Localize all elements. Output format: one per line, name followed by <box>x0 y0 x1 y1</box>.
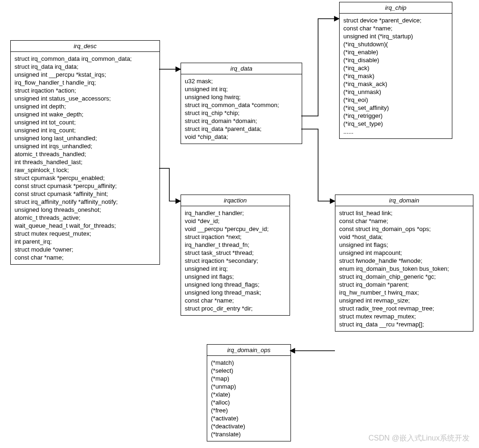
struct-field: struct mutex revmap_mutex; <box>339 312 469 320</box>
struct-field: struct task_struct *thread; <box>185 249 286 257</box>
struct-field: (*irq_disable) <box>343 56 448 64</box>
struct-field: unsigned long threads_oneshot; <box>15 206 156 214</box>
struct-field: struct irq_domain *domain; <box>185 117 298 125</box>
struct-field: irq_flow_handler_t handle_irq; <box>15 79 156 87</box>
box-irqaction-title: irqaction <box>181 195 290 206</box>
struct-field: void *dev_id; <box>185 217 286 225</box>
struct-field: struct irq_affinity_notify *affinity_not… <box>15 198 156 206</box>
struct-field: unsigned int status_use_accessors; <box>15 94 156 102</box>
struct-field: struct device *parent_device; <box>343 16 448 24</box>
watermark: CSDN @嵌入式Linux系统开发 <box>369 434 470 443</box>
box-irq-data-body: u32 mask;unsigned int irq;unsigned long … <box>181 74 302 144</box>
struct-field: unsigned long thread_mask; <box>185 289 286 296</box>
struct-field: (*unmap) <box>211 383 287 390</box>
struct-field: const char *name; <box>185 296 286 304</box>
struct-field: struct irq_data __rcu *revmap[]; <box>339 320 469 328</box>
box-irqaction-body: irq_handler_t handler;void *dev_id;void … <box>181 206 290 315</box>
struct-field: struct irqaction *next; <box>185 233 286 241</box>
box-irq-domain-ops-title: irq_domain_ops <box>207 345 290 356</box>
struct-field: wait_queue_head_t wait_for_threads; <box>15 222 156 230</box>
struct-field: (*select) <box>211 367 287 375</box>
struct-field: (*irq_set_type) <box>343 120 448 128</box>
struct-field: (*activate) <box>211 414 287 422</box>
box-irq-chip-title: irq_chip <box>340 2 452 14</box>
struct-field: void __percpu *percpu_dev_id; <box>185 225 286 233</box>
struct-field: (*map) <box>211 375 287 383</box>
box-irq-data-title: irq_data <box>181 63 302 74</box>
struct-field: unsigned long hwirq; <box>185 93 298 101</box>
struct-field: struct irq_data irq_data; <box>15 63 156 71</box>
struct-field: struct irq_common_data irq_common_data; <box>15 55 156 63</box>
box-irq-domain-ops-body: (*match)(*select)(*map)(*unmap)(*xlate)(… <box>207 356 290 441</box>
struct-field: atomic_t threads_handled; <box>15 150 156 158</box>
struct-field: atomic_t threads_active; <box>15 214 156 222</box>
struct-field: struct irq_data *parent_data; <box>185 125 298 133</box>
box-irq-domain-body: struct list_head link;const char *name;c… <box>335 206 473 331</box>
struct-field: const struct cpumask *percpu_affinity; <box>15 182 156 190</box>
struct-field: unsigned int mapcount; <box>339 249 469 257</box>
struct-field: struct fwnode_handle *fwnode; <box>339 257 469 265</box>
struct-field: struct proc_dir_entry *dir; <box>185 304 286 312</box>
struct-field: struct radix_tree_root revmap_tree; <box>339 304 469 312</box>
struct-field: unsigned int revmap_size; <box>339 296 469 304</box>
box-irq-data: irq_data u32 mask;unsigned int irq;unsig… <box>181 63 302 144</box>
struct-field: (*irq_mask_ack) <box>343 80 448 88</box>
struct-field: struct irq_common_data *common; <box>185 101 298 109</box>
struct-field: struct irq_domain_chip_generic *gc; <box>339 273 469 281</box>
struct-field: unsigned int tot_count; <box>15 118 156 126</box>
struct-field: const struct cpumask *affinity_hint; <box>15 190 156 198</box>
struct-field: irq_hw_number_t hwirq_max; <box>339 289 469 296</box>
struct-field: void *chip_data; <box>185 133 298 141</box>
struct-field: unsigned int irq; <box>185 85 298 93</box>
struct-field: const struct irq_domain_ops *ops; <box>339 225 469 233</box>
box-irq-domain-title: irq_domain <box>335 195 473 206</box>
struct-field: raw_spinlock_t lock; <box>15 166 156 174</box>
struct-field: (*irq_enable) <box>343 48 448 56</box>
box-irqaction: irqaction irq_handler_t handler;void *de… <box>181 195 290 316</box>
struct-field: unsigned int __percpu *kstat_irqs; <box>15 71 156 79</box>
box-irq-domain: irq_domain struct list_head link;const c… <box>335 195 473 332</box>
struct-field: (*irq_ack) <box>343 64 448 72</box>
struct-field: (*irq_eoi) <box>343 96 448 104</box>
struct-field: struct cpumask *percpu_enabled; <box>15 174 156 182</box>
struct-field: struct irqaction *action; <box>15 87 156 94</box>
struct-field: unsigned int irq; <box>185 265 286 273</box>
struct-field: (*irq_shutdown)( <box>343 40 448 48</box>
struct-field: unsigned int depth; <box>15 102 156 110</box>
struct-field: (*match) <box>211 359 287 367</box>
struct-field: unsigned int (*irq_startup) <box>343 32 448 40</box>
struct-field: unsigned int irqs_unhandled; <box>15 142 156 150</box>
struct-field: (*free) <box>211 406 287 414</box>
struct-field: unsigned long thread_flags; <box>185 281 286 289</box>
struct-field: unsigned int wake_depth; <box>15 110 156 118</box>
struct-field: unsigned int flags; <box>339 241 469 249</box>
struct-field: (*irq_unmask) <box>343 88 448 96</box>
struct-field: struct irqaction *secondary; <box>185 257 286 265</box>
struct-field: const char *name; <box>343 24 448 32</box>
struct-field: int threads_handled_last; <box>15 158 156 166</box>
box-irq-chip: irq_chip struct device *parent_device;co… <box>339 2 452 139</box>
struct-field: const char *name; <box>15 253 156 261</box>
box-irq-domain-ops: irq_domain_ops (*match)(*select)(*map)(*… <box>207 344 291 441</box>
struct-field: unsigned int flags; <box>185 273 286 281</box>
struct-field: (*xlate) <box>211 390 287 398</box>
struct-field: ...... <box>343 128 448 136</box>
struct-field: struct list_head link; <box>339 209 469 217</box>
struct-field: unsigned int irq_count; <box>15 126 156 134</box>
struct-field: struct irq_domain *parent; <box>339 281 469 289</box>
struct-field: irq_handler_t thread_fn; <box>185 241 286 249</box>
struct-field: (*irq_set_affinity) <box>343 104 448 112</box>
struct-field: struct mutex request_mutex; <box>15 230 156 238</box>
struct-field: (*deactivate) <box>211 422 287 430</box>
struct-field: enum irq_domain_bus_token bus_token; <box>339 265 469 273</box>
struct-field: unsigned long last_unhandled; <box>15 134 156 142</box>
struct-field: irq_handler_t handler; <box>185 209 286 217</box>
struct-field: const char *name; <box>339 217 469 225</box>
struct-field: (*translate) <box>211 430 287 438</box>
struct-field: struct irq_chip *chip; <box>185 109 298 117</box>
struct-field: (*irq_mask) <box>343 72 448 80</box>
box-irq-desc-title: irq_desc <box>11 41 160 52</box>
struct-field: int parent_irq; <box>15 238 156 246</box>
box-irq-desc-body: struct irq_common_data irq_common_data;s… <box>11 52 160 264</box>
struct-field: u32 mask; <box>185 77 298 85</box>
